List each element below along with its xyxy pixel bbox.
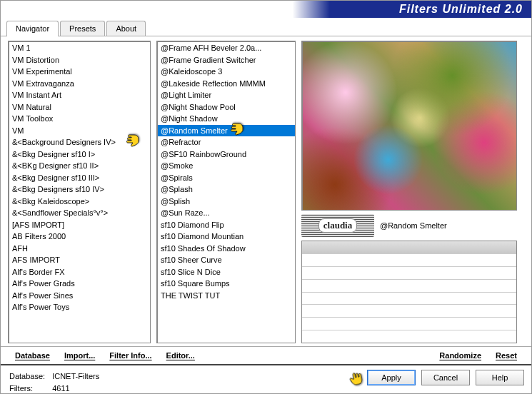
import-button[interactable]: Import... — [57, 351, 102, 360]
app-title: Filters Unlimited 2.0 — [399, 3, 523, 16]
cancel-button[interactable]: Cancel — [421, 370, 470, 385]
category-item[interactable]: AFH — [9, 243, 150, 255]
footer: Database: ICNET-Filters Filters: 4611 Ap… — [1, 364, 531, 394]
filter-item[interactable]: @Lakeside Reflection MMMM — [158, 78, 295, 90]
filter-item[interactable]: @Frame Gradient Switcher — [158, 54, 295, 66]
filter-item[interactable]: sf10 Slice N Dice — [158, 266, 295, 278]
preview-panel: claudia @Random Smelter — [301, 41, 517, 343]
filters-count-label: Filters: — [9, 383, 51, 394]
help-button-label: Help — [492, 373, 508, 382]
preview-image — [301, 41, 517, 211]
editor-button[interactable]: Editor... — [159, 351, 202, 360]
filter-item[interactable]: @Night Shadow — [158, 113, 295, 125]
category-item[interactable]: VM Distortion — [9, 54, 150, 66]
filter-item[interactable]: @Splish — [158, 196, 295, 208]
filter-info-button[interactable]: Filter Info... — [102, 351, 159, 360]
apply-button-label: Apply — [381, 373, 401, 382]
param-slot-5 — [302, 293, 516, 305]
main-panel: VM 1VM DistortionVM ExperimentalVM Extra… — [1, 36, 531, 343]
filter-item[interactable]: THE TWIST TUT — [158, 290, 295, 302]
category-item[interactable]: AFS IMPORT — [9, 254, 150, 266]
reset-button[interactable]: Reset — [488, 351, 524, 360]
category-item[interactable]: &<Bkg Designer sf10 I> — [9, 148, 150, 161]
category-item[interactable]: VM Experimental — [9, 66, 150, 78]
param-slot-7 — [302, 318, 516, 330]
filter-item[interactable]: @Smoke — [158, 160, 295, 172]
param-slot-3 — [302, 267, 516, 280]
param-slot-2 — [302, 254, 516, 267]
title-bar: Filters Unlimited 2.0 — [1, 1, 531, 18]
filter-item[interactable]: @Night Shadow Pool — [158, 101, 295, 113]
category-item[interactable]: Alf's Power Sines — [9, 290, 150, 302]
category-item[interactable]: VM — [9, 125, 150, 137]
filter-item[interactable]: @Frame AFH Beveler 2.0a... — [158, 42, 295, 54]
help-button[interactable]: Help — [476, 370, 524, 385]
database-button[interactable]: Database — [8, 351, 57, 360]
category-item[interactable]: &<Bkg Designer sf10 III> — [9, 172, 150, 184]
category-item[interactable]: Alf's Power Grads — [9, 278, 150, 290]
category-item[interactable]: VM Toolbox — [9, 113, 150, 125]
filter-item[interactable]: @Sun Raze... — [158, 207, 295, 219]
category-item[interactable]: &<BKg Designer sf10 II> — [9, 160, 150, 172]
current-filter-name: @Random Smelter — [380, 221, 447, 230]
filter-item[interactable]: @Spirals — [158, 172, 295, 184]
db-value: ICNET-Filters — [52, 371, 99, 382]
watermark-badge: claudia — [301, 214, 374, 237]
apply-button[interactable]: Apply — [367, 370, 416, 385]
watermark-text: claudia — [318, 218, 357, 233]
toolbar: Database Import... Filter Info... Editor… — [1, 346, 531, 364]
filter-list[interactable]: @Frame AFH Beveler 2.0a...@Frame Gradien… — [158, 42, 295, 343]
category-item[interactable]: VM 1 — [9, 42, 150, 54]
category-list[interactable]: VM 1VM DistortionVM ExperimentalVM Extra… — [9, 42, 150, 343]
param-slot-8 — [302, 330, 516, 343]
db-label: Database: — [9, 371, 51, 382]
filter-item[interactable]: @Splash — [158, 183, 295, 196]
filter-item[interactable]: @Refractor — [158, 136, 295, 148]
category-item[interactable]: &<Sandflower Specials°v°> — [9, 207, 150, 219]
filter-item[interactable]: sf10 Diamond Flip — [158, 219, 295, 231]
category-item[interactable]: AB Filters 2000 — [9, 231, 150, 243]
param-slider-1[interactable] — [302, 241, 516, 254]
app-window: Filters Unlimited 2.0 NavigatorPresetsAb… — [0, 0, 532, 394]
filter-item[interactable]: sf10 Square Bumps — [158, 278, 295, 290]
category-item[interactable]: VM Natural — [9, 101, 150, 113]
category-item[interactable]: VM Extravaganza — [9, 78, 150, 90]
category-item[interactable]: &<Bkg Designers sf10 IV> — [9, 183, 150, 196]
footer-info: Database: ICNET-Filters Filters: 4611 — [8, 370, 101, 394]
cancel-button-label: Cancel — [433, 373, 458, 382]
filter-item[interactable]: @SF10 RainbowGround — [158, 148, 295, 161]
tab-navigator[interactable]: Navigator — [6, 21, 59, 36]
parameter-area — [301, 241, 517, 343]
param-slot-4 — [302, 280, 516, 293]
filter-item[interactable]: @Random Smelter — [158, 125, 295, 137]
pointer-hand-icon — [346, 369, 364, 386]
category-item[interactable]: VM Instant Art — [9, 89, 150, 101]
category-item[interactable]: Alf's Power Toys — [9, 301, 150, 313]
param-slot-6 — [302, 305, 516, 318]
category-item[interactable]: &<Background Designers IV> — [9, 136, 150, 148]
filter-label-row: claudia @Random Smelter — [301, 213, 517, 238]
filter-item[interactable]: sf10 Sheer Curve — [158, 254, 295, 266]
category-item[interactable]: &<Bkg Kaleidoscope> — [9, 196, 150, 208]
category-list-container: VM 1VM DistortionVM ExperimentalVM Extra… — [8, 41, 151, 343]
randomize-button[interactable]: Randomize — [432, 351, 488, 360]
filter-item[interactable]: @Light Limiter — [158, 89, 295, 101]
category-item[interactable]: Alf's Border FX — [9, 266, 150, 278]
filter-item[interactable]: @Kaleidoscope 3 — [158, 66, 295, 78]
filters-count-value: 4611 — [52, 383, 99, 394]
filter-item[interactable]: sf10 Shades Of Shadow — [158, 243, 295, 255]
filter-item[interactable]: sf10 Diamond Mountian — [158, 231, 295, 243]
tab-about[interactable]: About — [106, 21, 146, 36]
dialog-buttons: Apply Cancel Help — [367, 370, 524, 385]
category-item[interactable]: [AFS IMPORT] — [9, 219, 150, 231]
tab-presets[interactable]: Presets — [60, 21, 105, 36]
filter-list-container: @Frame AFH Beveler 2.0a...@Frame Gradien… — [156, 41, 296, 343]
tab-strip: NavigatorPresetsAbout — [1, 18, 531, 36]
